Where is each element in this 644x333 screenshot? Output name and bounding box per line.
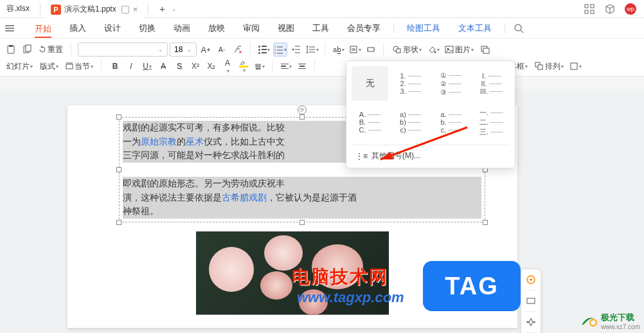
paste-button[interactable]	[4, 42, 18, 57]
new-slide-button[interactable]: 幻灯片▾	[4, 59, 35, 73]
tab-xlsx[interactable]: 容.xlsx	[0, 0, 36, 18]
replace-image-button[interactable]	[478, 42, 492, 57]
menu-drawing-tools[interactable]: 绘图工具	[398, 18, 449, 39]
divider	[393, 23, 394, 33]
highlight-button[interactable]: ▾	[237, 59, 251, 73]
menu-tools[interactable]: 工具	[303, 18, 338, 39]
numbering-option-roman[interactable]: I. II. III.	[473, 66, 510, 101]
svg-rect-46	[527, 298, 535, 303]
list-icon: ⋮≡	[355, 152, 368, 161]
menu-animation[interactable]: 动画	[165, 18, 199, 39]
svg-rect-6	[5, 30, 14, 32]
menu-transition[interactable]: 切换	[130, 18, 165, 39]
decrease-indent-button[interactable]	[289, 42, 303, 57]
decrease-font-button[interactable]: A-	[215, 42, 229, 57]
numbering-option-lower-paren[interactable]: a) b) c)	[392, 105, 429, 140]
svg-point-33	[434, 51, 436, 53]
numbering-option-none[interactable]: 无	[352, 66, 388, 101]
window-mode-icon[interactable]	[121, 6, 129, 14]
image-button[interactable]: 图片▾	[442, 42, 476, 57]
line-spacing-button[interactable]: ▾	[305, 42, 319, 57]
resize-handle[interactable]	[483, 220, 488, 225]
tab-menu-icon[interactable]: ⌄	[172, 6, 177, 12]
font-size-select[interactable]: 18⌄	[170, 42, 197, 57]
shadow-button[interactable]: S	[172, 59, 186, 73]
tab-label: 演示文稿1.pptx	[64, 4, 116, 15]
resize-handle[interactable]	[116, 167, 121, 172]
increase-font-button[interactable]: A+	[199, 42, 213, 57]
svg-rect-2	[585, 10, 588, 14]
ai-tool-icon[interactable]	[523, 272, 539, 287]
layout-label: 版式	[40, 61, 55, 72]
shape-fill-button[interactable]: ▾	[426, 42, 440, 57]
effects-tool-icon[interactable]	[523, 314, 539, 330]
italic-button[interactable]: I	[124, 59, 138, 73]
section-label: 当节	[75, 61, 90, 72]
numbering-option-lower-dot[interactable]: a. b. c.	[433, 105, 469, 140]
more-numbering-button[interactable]: ⋮≡ 其他编号(M)...	[352, 145, 510, 165]
powerpoint-icon: P	[51, 4, 61, 15]
menu-member[interactable]: 会员专享	[338, 18, 389, 39]
new-tab-button[interactable]: +	[155, 3, 169, 14]
rotate-handle-icon[interactable]: ⟳	[298, 105, 307, 114]
menu-design[interactable]: 设计	[95, 18, 130, 39]
font-family-select[interactable]: ⌄	[78, 42, 168, 57]
strike-button[interactable]: A̶	[156, 59, 170, 73]
subscript-button[interactable]: X₂	[204, 59, 219, 73]
svg-rect-10	[9, 45, 13, 47]
menu-slideshow[interactable]: 放映	[199, 18, 234, 39]
align-center-button[interactable]	[295, 59, 309, 73]
align-text-button[interactable]: ▾	[348, 42, 362, 57]
layout-button[interactable]: 版式▾	[37, 59, 61, 73]
numbering-option-chinese[interactable]: 一. 二. 三.	[473, 105, 510, 140]
cube-icon[interactable]	[604, 3, 616, 15]
image-label: 图片	[455, 44, 470, 55]
shape-outline-button[interactable]: ▾	[568, 59, 582, 73]
resize-handle[interactable]	[300, 220, 305, 225]
resize-handle[interactable]	[116, 220, 121, 225]
user-avatar[interactable]: wp	[625, 3, 636, 15]
svg-rect-3	[591, 10, 594, 14]
svg-rect-1	[591, 4, 594, 8]
numbering-option-decimal[interactable]: 1. 2. 3.	[392, 66, 429, 101]
menu-home[interactable]: 开始	[26, 19, 60, 38]
close-tab-icon[interactable]: ×	[133, 4, 138, 14]
svg-rect-38	[66, 64, 73, 69]
font-size-value: 18	[174, 45, 183, 54]
numbering-option-circled[interactable]: ① ② ③	[433, 66, 469, 101]
copy-button[interactable]	[20, 42, 34, 57]
numbering-option-upper-alpha[interactable]: A. B. C.	[352, 105, 388, 140]
app-grid-icon[interactable]	[584, 3, 595, 15]
bold-button[interactable]: B	[108, 59, 122, 73]
underline-button[interactable]: U▾	[140, 59, 154, 73]
resize-handle[interactable]	[300, 114, 305, 120]
toolbar: 重置 ⌄ 18⌄ A+ A- ▾ 123▾ ▾ ab̲▾ ▾ 形状▾ ▾ 图片▾	[0, 39, 644, 76]
divider	[505, 23, 505, 33]
search-icon[interactable]	[512, 21, 526, 35]
watermark-jiguang: 极光下载 www.xz7.com	[579, 312, 640, 330]
svg-rect-5	[5, 28, 14, 29]
tab-pptx[interactable]: P 演示文稿1.pptx ×	[44, 0, 144, 18]
menu-insert[interactable]: 插入	[60, 18, 95, 39]
resize-handle[interactable]	[116, 114, 121, 120]
app-menu-icon[interactable]	[4, 22, 26, 34]
numbering-button[interactable]: 123▾	[273, 42, 287, 57]
superscript-button[interactable]: X²	[188, 59, 202, 73]
reset-label: 重置	[48, 44, 63, 55]
menu-review[interactable]: 审阅	[234, 18, 269, 39]
bullets-button[interactable]: ▾	[257, 42, 271, 57]
section-button[interactable]: 当节▾	[63, 59, 96, 73]
menu-view[interactable]: 视图	[269, 18, 303, 39]
menu-text-tools[interactable]: 文本工具	[449, 18, 501, 39]
text-direction-button[interactable]: ab̲▾	[332, 42, 346, 57]
layout-tool-icon[interactable]	[523, 293, 539, 309]
shape-button[interactable]: 形状▾	[390, 42, 424, 57]
align-left-button[interactable]: ▾	[279, 59, 293, 73]
change-case-button[interactable]: 쁠▾	[253, 59, 267, 73]
reset-slide-button[interactable]: 重置	[36, 42, 66, 57]
numbering-dropdown: 无 1. 2. 3. ① ② ③ I. II. III. A. B. C. a)…	[346, 60, 515, 168]
font-color-button[interactable]: A▾	[220, 59, 235, 73]
arrange-button[interactable]: 排列▾	[532, 59, 566, 73]
autofit-button[interactable]	[364, 42, 378, 57]
clear-format-button[interactable]	[231, 42, 245, 57]
